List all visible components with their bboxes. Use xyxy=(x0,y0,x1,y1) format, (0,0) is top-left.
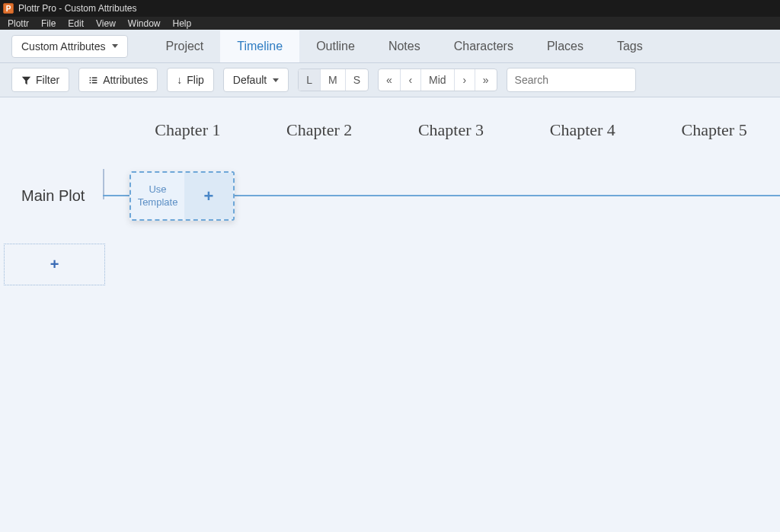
attributes-label: Attributes xyxy=(103,74,148,86)
size-large[interactable]: L xyxy=(299,69,320,91)
toolbar: Filter Attributes ↓ Flip Default L M S «… xyxy=(0,63,780,97)
window-title: Plottr Pro - Custom Attributes xyxy=(18,3,136,14)
chapter-header[interactable]: Chapter 2 xyxy=(254,120,385,140)
size-small[interactable]: S xyxy=(345,69,368,91)
menu-file[interactable]: File xyxy=(35,18,62,29)
scene-card-empty[interactable]: Use Template + xyxy=(129,171,235,221)
menu-view[interactable]: View xyxy=(90,18,122,29)
tab-tags[interactable]: Tags xyxy=(600,30,660,62)
filter-button[interactable]: Filter xyxy=(11,68,69,92)
add-scene-button[interactable]: + xyxy=(184,173,233,219)
menu-edit[interactable]: Edit xyxy=(62,18,90,29)
nav-prev[interactable]: ‹ xyxy=(400,69,420,91)
menu-plottr[interactable]: Plottr xyxy=(2,18,35,29)
tab-timeline[interactable]: Timeline xyxy=(220,30,299,62)
menu-help[interactable]: Help xyxy=(167,18,198,29)
caret-down-icon xyxy=(273,78,279,82)
default-dropdown[interactable]: Default xyxy=(223,68,289,92)
tabbar: Custom Attributes Project Timeline Outli… xyxy=(0,30,780,63)
nav-first[interactable]: « xyxy=(379,69,400,91)
nav-next[interactable]: › xyxy=(454,69,475,91)
flip-button[interactable]: ↓ Flip xyxy=(167,68,214,92)
custom-attributes-label: Custom Attributes xyxy=(21,40,106,53)
menubar: Plottr File Edit View Window Help xyxy=(0,17,780,30)
nav-segmented: « ‹ Mid › » xyxy=(378,68,497,91)
chevron-left-icon: ‹ xyxy=(408,74,412,86)
tab-project[interactable]: Project xyxy=(149,30,221,62)
list-icon xyxy=(88,75,98,85)
flip-icon: ↓ xyxy=(177,74,182,86)
tab-notes[interactable]: Notes xyxy=(372,30,437,62)
search-input[interactable] xyxy=(507,68,636,92)
app-icon: P xyxy=(3,3,14,14)
nav-mid[interactable]: Mid xyxy=(420,69,454,91)
timeline-canvas: Chapter 1 Chapter 2 Chapter 3 Chapter 4 … xyxy=(0,97,780,532)
menu-window[interactable]: Window xyxy=(122,18,167,29)
chapter-header[interactable]: Chapter 5 xyxy=(648,120,780,140)
caret-down-icon xyxy=(112,44,118,48)
chapter-header[interactable]: Chapter 4 xyxy=(516,120,648,140)
double-chevron-right-icon: » xyxy=(483,74,489,86)
filter-icon xyxy=(21,75,31,85)
chevron-right-icon: › xyxy=(462,74,466,86)
default-label: Default xyxy=(233,74,267,86)
use-template-button[interactable]: Use Template xyxy=(131,173,184,219)
tab-outline[interactable]: Outline xyxy=(299,30,372,62)
double-chevron-left-icon: « xyxy=(386,74,392,86)
tab-places[interactable]: Places xyxy=(530,30,600,62)
size-segmented: L M S xyxy=(298,68,369,91)
filter-label: Filter xyxy=(36,74,59,86)
plotline-label[interactable]: Main Plot xyxy=(21,187,85,205)
custom-attributes-dropdown[interactable]: Custom Attributes xyxy=(11,35,128,58)
flip-label: Flip xyxy=(187,74,204,86)
add-plotline-button[interactable]: + xyxy=(4,244,105,285)
nav-last[interactable]: » xyxy=(475,69,497,91)
chapter-header[interactable]: Chapter 1 xyxy=(122,120,254,140)
attributes-button[interactable]: Attributes xyxy=(78,68,158,92)
tab-characters[interactable]: Characters xyxy=(437,30,530,62)
chapter-header[interactable]: Chapter 3 xyxy=(385,120,517,140)
size-medium[interactable]: M xyxy=(320,69,345,91)
chapter-headers: Chapter 1 Chapter 2 Chapter 3 Chapter 4 … xyxy=(122,120,780,140)
titlebar: P Plottr Pro - Custom Attributes xyxy=(0,0,780,17)
